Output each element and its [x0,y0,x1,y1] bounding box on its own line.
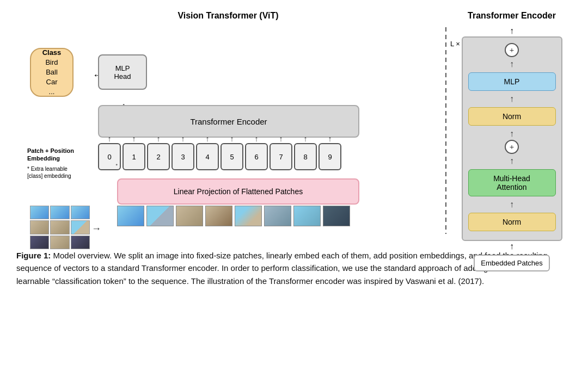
te-arrow-3: ↑ [468,129,556,139]
token-4-arrow: ↑ [206,134,210,143]
class-box: Class Bird Ball Car ... [30,48,74,97]
patch-unroll-7 [293,206,321,226]
patches-row [117,206,350,226]
te-arrow-5: ↑ [468,200,556,209]
img-patch-5 [50,220,69,234]
class-item-car: Car [46,77,58,87]
te-outer: ↑ L × + ↑ MLP [460,26,564,271]
token-star: * [115,163,118,168]
main-container: Vision Transformer (ViT) Class Bird Ball… [0,0,588,377]
te-arrow-4: ↑ [468,156,556,166]
plus-top-symbol: + [510,46,514,55]
te-lx-container: L × + ↑ MLP ↑ [460,36,564,241]
embedded-patches-box: Embedded Patches [474,255,550,271]
token-2: ↑ 2 [147,143,170,170]
plus-bottom-container: + [468,140,556,154]
plus-bottom-symbol: + [510,143,514,152]
token-3-arrow: ↑ [181,134,185,143]
vit-title: Vision Transformer (ViT) [22,11,434,21]
token-1-arrow: ↑ [132,134,136,143]
token-4: ↑ 4 [196,143,219,170]
te-norm-block-2: Norm [468,213,556,231]
token-9: ↑ 9 [318,143,341,170]
token-8-arrow: ↑ [304,134,308,143]
class-item-bird: Bird [45,58,58,67]
img-patch-1 [30,206,49,219]
token-5-arrow: ↑ [230,134,234,143]
token-7-arrow: ↑ [279,134,283,143]
plus-bottom: + [505,140,519,154]
te-arrow-2: ↑ [468,94,556,104]
token-7: ↑ 7 [270,143,292,170]
te-norm-block-1: Norm [468,107,556,126]
transformer-title: Transformer Encoder [457,11,566,21]
token-8: ↑ 8 [294,143,317,170]
embedded-patches-label: Embedded Patches [481,259,542,267]
patch-unroll-6 [264,206,291,226]
patch-unroll-3 [176,206,203,226]
img-patch-8 [50,236,69,249]
transformer-encoder-box: Transformer Encoder [98,105,359,138]
class-item-ball: Ball [46,67,58,77]
token-5: ↑ 5 [220,143,243,170]
img-patch-7 [30,236,49,249]
lx-label: L × [450,40,460,48]
transformer-section: Transformer Encoder ↑ L × + [452,11,572,239]
token-0: ↑ 0 * [98,143,121,170]
mlp-head-line1: MLP [115,64,130,72]
token-9-arrow: ↑ [328,134,332,143]
patch-unroll-5 [235,206,262,226]
patch-unroll-8 [323,206,350,226]
section-divider [445,27,446,234]
mlp-head-line2: Head [114,72,131,81]
img-patch-4 [30,220,49,234]
figure-label: Figure 1: [16,251,51,260]
transformer-encoder-label: Transformer Encoder [190,117,267,126]
te-box: + ↑ MLP ↑ Norm ↑ [462,36,562,241]
img-patch-3 [71,206,90,219]
linear-proj-label: Linear Projection of Flattened Patches [174,187,303,196]
te-mlp-block: MLP [468,72,556,91]
class-label: Class [42,48,62,58]
vit-inner: Class Bird Ball Car ... ← MLP Head ↑ T [22,26,434,233]
plus-top-container: + [468,43,556,57]
img-patch-2 [50,206,69,219]
tokens-row: ↑ 0 * ↑ 1 ↑ 2 ↑ 3 [98,143,341,170]
te-mha-block: Multi-HeadAttention [468,169,556,196]
class-item-ellipsis: ... [49,87,55,97]
patch-embed-note: * Extra learnable[class] embedding [27,165,87,180]
img-patch-6 [71,220,90,234]
arrow-source-to-patches: → [91,223,101,234]
patch-embed-label: Patch + PositionEmbedding [27,147,87,163]
patch-embed-text: Patch + PositionEmbedding [27,147,74,162]
te-arrow-1: ↑ [468,59,556,69]
patch-unroll-4 [205,206,232,226]
mlp-head-box: MLP Head [98,54,147,90]
vit-section: Vision Transformer (ViT) Class Bird Ball… [16,11,440,239]
patch-unroll-2 [146,206,174,226]
token-3: ↑ 3 [171,143,194,170]
plus-top: + [505,43,519,57]
patch-unroll-1 [117,206,144,226]
token-1: ↑ 1 [122,143,145,170]
token-6-arrow: ↑ [255,134,259,143]
image-source [30,206,90,249]
img-patch-9 [71,236,90,249]
token-0-arrow: ↑ [108,134,112,143]
te-bottom-arrow: ↑ [460,242,564,251]
patch-embed-note-text: * Extra learnable[class] embedding [27,166,71,179]
mha-label: Multi-HeadAttention [493,174,530,191]
te-top-arrow: ↑ [460,26,564,36]
token-6: ↑ 6 [245,143,268,170]
token-2-arrow: ↑ [157,134,161,143]
linear-proj-box: Linear Projection of Flattened Patches [117,178,359,205]
diagram-section: Vision Transformer (ViT) Class Bird Ball… [16,11,572,239]
